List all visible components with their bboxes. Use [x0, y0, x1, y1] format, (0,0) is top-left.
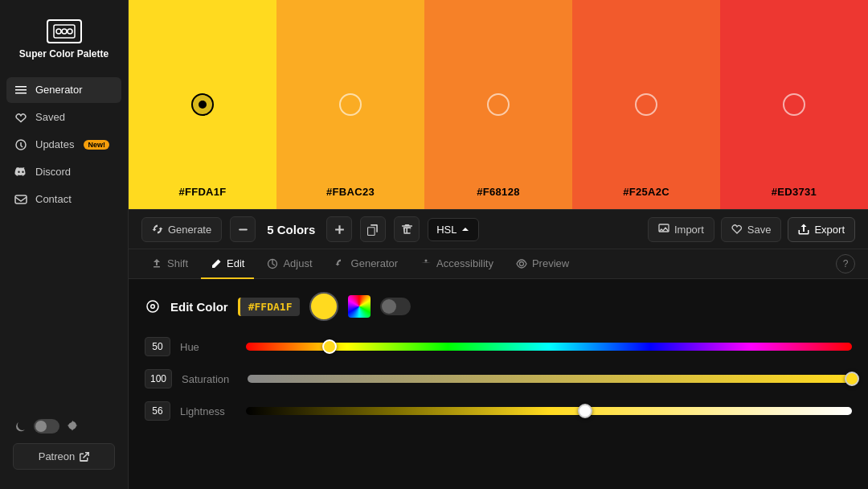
- saturation-value[interactable]: 100: [145, 369, 172, 388]
- delete-button[interactable]: [394, 216, 420, 242]
- edit-panel: Edit Color #FFDA1F 50 Hue 100 Saturation: [129, 279, 868, 489]
- swatch-1[interactable]: #FBAC23: [276, 0, 424, 209]
- patreon-button[interactable]: Patreon: [13, 443, 115, 470]
- color-count: 5 Colors: [264, 223, 318, 236]
- tab-preview-label: Preview: [532, 257, 569, 269]
- import-icon: [658, 224, 669, 235]
- main-content: #FFDA1F #FBAC23 #F68128 #F25A2C #ED3731 …: [129, 0, 868, 489]
- settings-icon[interactable]: [66, 420, 79, 433]
- copy-button[interactable]: [360, 216, 386, 242]
- swatch-hex-0: #FFDA1F: [178, 186, 226, 198]
- svg-point-14: [152, 306, 154, 308]
- tab-adjust-label: Adjust: [283, 257, 312, 269]
- sidebar-item-saved-label: Saved: [35, 111, 65, 123]
- hue-value[interactable]: 50: [145, 337, 170, 356]
- saturation-thumb: [845, 372, 859, 386]
- edit-toggle[interactable]: [380, 298, 411, 315]
- tab-adjust[interactable]: Adjust: [257, 249, 321, 279]
- lightness-label: Lightness: [180, 405, 236, 417]
- refresh-icon: [152, 224, 163, 235]
- color-preview: [309, 292, 338, 321]
- tab-shift[interactable]: Shift: [141, 249, 198, 279]
- sidebar-item-discord[interactable]: Discord: [6, 159, 121, 185]
- minus-button[interactable]: [230, 216, 256, 242]
- sidebar-item-generator-label: Generator: [35, 84, 83, 96]
- swatch-4[interactable]: #ED3731: [720, 0, 868, 209]
- sidebar-bottom: Patreon: [0, 409, 128, 476]
- swatch-2[interactable]: #F68128: [424, 0, 572, 209]
- hue-slider[interactable]: [246, 343, 852, 351]
- help-button[interactable]: ?: [836, 254, 855, 273]
- tab-preview[interactable]: Preview: [506, 249, 579, 279]
- tab-shift-label: Shift: [167, 257, 188, 269]
- tab-generator-label: Generator: [351, 257, 399, 269]
- accessibility-icon: [420, 258, 432, 269]
- swatch-hex-2: #F68128: [477, 186, 519, 198]
- plus-button[interactable]: [326, 216, 352, 242]
- svg-point-10: [425, 259, 428, 261]
- edit-toggle-thumb: [382, 299, 396, 314]
- lightness-row: 56 Lightness: [145, 401, 852, 421]
- svg-point-2: [62, 29, 67, 34]
- import-label: Import: [674, 224, 704, 236]
- adjust-icon: [267, 258, 278, 269]
- edit-color-icon: [145, 298, 161, 314]
- saturation-row: 100 Saturation: [145, 369, 852, 388]
- svg-rect-8: [154, 266, 160, 268]
- tab-edit[interactable]: Edit: [201, 249, 254, 279]
- edit-color-title: Edit Color: [170, 300, 228, 314]
- swatch-hex-3: #F25A2C: [623, 186, 669, 198]
- moon-icon: [14, 420, 27, 433]
- sidebar-item-saved[interactable]: Saved: [6, 105, 121, 130]
- sidebar-nav: Generator Saved Updates New! Discord Con…: [0, 77, 128, 409]
- sidebar-item-updates-label: Updates: [35, 138, 74, 150]
- swatch-0[interactable]: #FFDA1F: [129, 0, 276, 209]
- theme-toggle-thumb: [35, 421, 47, 432]
- color-swatches: #FFDA1F #FBAC23 #F68128 #F25A2C #ED3731: [129, 0, 868, 209]
- edit-hex-value[interactable]: #FFDA1F: [238, 298, 301, 316]
- plus-icon: [334, 224, 346, 236]
- export-icon: [798, 224, 809, 235]
- lightness-slider[interactable]: [246, 407, 852, 415]
- saturation-slider[interactable]: [248, 375, 852, 383]
- svg-point-3: [68, 29, 72, 34]
- sidebar-item-updates[interactable]: Updates New!: [6, 132, 121, 158]
- svg-point-11: [519, 261, 523, 265]
- import-button[interactable]: Import: [648, 217, 714, 242]
- sidebar-item-generator[interactable]: Generator: [6, 77, 121, 103]
- hue-thumb: [322, 339, 337, 354]
- saturation-label: Saturation: [182, 373, 238, 385]
- svg-rect-6: [239, 228, 248, 230]
- sidebar-item-discord-label: Discord: [35, 166, 71, 178]
- svg-rect-0: [54, 25, 75, 38]
- swatch-hex-1: #FBAC23: [326, 186, 375, 198]
- export-button[interactable]: Export: [788, 217, 855, 242]
- theme-toggle[interactable]: [34, 419, 59, 434]
- save-button[interactable]: Save: [721, 217, 782, 242]
- sidebar: Super Color Palette Generator Saved Upda…: [0, 0, 129, 489]
- hue-label: Hue: [180, 341, 236, 353]
- tab-edit-label: Edit: [227, 257, 244, 269]
- swatch-hex-4: #ED3731: [772, 186, 817, 198]
- swatch-3[interactable]: #F25A2C: [572, 0, 720, 209]
- color-mode-label: HSL: [436, 224, 457, 236]
- toolbar-right: Import Save Export: [648, 217, 855, 242]
- sidebar-item-contact[interactable]: Contact: [6, 187, 121, 212]
- tab-accessibility[interactable]: Accessibility: [411, 249, 503, 279]
- export-label: Export: [814, 224, 845, 236]
- settings-row: [6, 416, 121, 437]
- logo-area: Super Color Palette: [0, 13, 128, 77]
- swatch-radio-4: [783, 93, 805, 116]
- gradient-picker[interactable]: [348, 295, 371, 318]
- hue-row: 50 Hue: [145, 337, 852, 356]
- generator-icon: [335, 258, 346, 269]
- tab-generator[interactable]: Generator: [326, 249, 408, 279]
- chevron-up-icon: [461, 224, 470, 234]
- generate-button[interactable]: Generate: [141, 217, 222, 242]
- app-title: Super Color Palette: [19, 48, 108, 61]
- tabs: Shift Edit Adjust Generator Accessibilit…: [129, 249, 868, 279]
- lightness-value[interactable]: 56: [145, 401, 170, 421]
- minus-icon: [237, 224, 249, 236]
- color-mode-select[interactable]: HSL: [428, 218, 478, 241]
- save-label: Save: [747, 224, 772, 236]
